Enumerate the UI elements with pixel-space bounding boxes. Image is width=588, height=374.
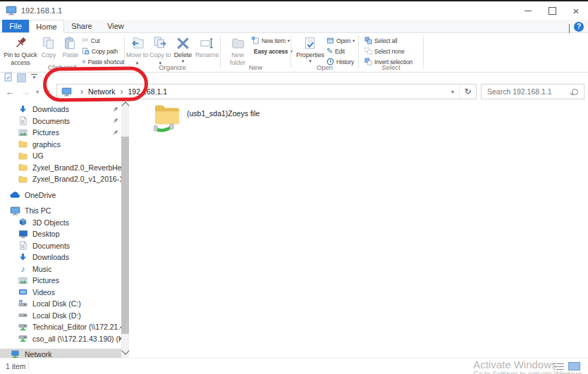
- search-input[interactable]: [486, 87, 572, 96]
- search-icon[interactable]: [572, 89, 578, 95]
- sidebar-item-cso-all-drive[interactable]: cso_all (\\172.21.43.190) (K:): [0, 333, 121, 345]
- crumb-separator-icon: ›: [121, 85, 123, 99]
- sidebar-item-documents-quick[interactable]: Documents: [0, 116, 121, 127]
- up-button[interactable]: ↑: [42, 83, 56, 100]
- qat-properties-icon[interactable]: [4, 73, 13, 82]
- move-to-icon: [130, 36, 145, 51]
- network-icon: [10, 350, 20, 358]
- shared-folder-icon: [154, 102, 180, 133]
- title-bar: 192.168.1.1 ×: [0, 1, 588, 20]
- ribbon-group-organize: Move to ▾ Copy to ▾ Delete ▾ Rename Orga…: [125, 33, 220, 72]
- back-button[interactable]: ←: [3, 83, 17, 100]
- copy-to-button[interactable]: Copy to ▾: [149, 33, 172, 66]
- sidebar-scrollbar[interactable]: [121, 100, 129, 358]
- qat-new-folder-icon[interactable]: [17, 73, 26, 82]
- edit-button[interactable]: ✎ Edit: [326, 47, 358, 55]
- sidebar-item-downloads-quick[interactable]: Downloads: [0, 104, 121, 116]
- disk-c-icon: [18, 299, 27, 308]
- scroll-down-icon[interactable]: [121, 347, 129, 354]
- 3d-cube-icon: [18, 218, 27, 227]
- picture-icon: [18, 276, 27, 285]
- sidebar-item-pictures[interactable]: Pictures: [0, 275, 121, 287]
- crumb-separator-icon: ›: [80, 85, 83, 99]
- new-folder-button[interactable]: New folder: [223, 33, 252, 66]
- details-view-button[interactable]: [553, 363, 564, 370]
- ribbon-group-clipboard: Pin to Quick access Copy Paste ✂ Cut: [0, 33, 124, 72]
- item-count: 1 item: [6, 362, 26, 370]
- sidebar-item-music[interactable]: ♪ Music: [0, 263, 121, 275]
- music-note-icon: ♪: [21, 265, 25, 273]
- breadcrumb-network[interactable]: Network: [88, 87, 116, 96]
- help-button[interactable]: ?: [574, 22, 584, 32]
- ribbon: Pin to Quick access Copy Paste ✂ Cut: [0, 33, 588, 73]
- file-list-pane[interactable]: (usb1_sda1)Zoeys file: [129, 100, 588, 358]
- pin-to-quick-access-button[interactable]: Pin to Quick access: [3, 33, 38, 66]
- sidebar-item-documents[interactable]: Documents: [0, 240, 121, 252]
- ribbon-group-select: Select all Select none Invert selection …: [359, 33, 423, 72]
- sidebar-item-videos[interactable]: Videos: [0, 287, 121, 299]
- file-item-usb-share[interactable]: (usb1_sda1)Zoeys file: [154, 102, 309, 136]
- tab-view[interactable]: View: [99, 20, 132, 32]
- navigation-row: ← → ▾ ↑ › Network › 192.168.1.1 ▾ ↻: [0, 83, 588, 100]
- minimize-button[interactable]: [516, 1, 540, 20]
- ribbon-group-open: Properties ▾ Open ▾ ✎ Edit Hist: [291, 33, 358, 72]
- select-all-button[interactable]: Select all: [365, 37, 423, 44]
- cut-button[interactable]: ✂ Cut: [82, 37, 124, 44]
- sidebar-item-network[interactable]: Network: [0, 349, 121, 358]
- large-icons-view-button[interactable]: [568, 362, 580, 370]
- group-separator: [423, 35, 424, 69]
- select-none-icon: [365, 47, 372, 55]
- new-item-button[interactable]: New item ▾: [252, 37, 290, 44]
- select-all-icon: [365, 37, 372, 44]
- easy-access-button[interactable]: Easy access ▾: [252, 47, 290, 55]
- copy-path-icon: [82, 47, 90, 55]
- network-drive-icon: [18, 323, 27, 332]
- copy-path-button[interactable]: Copy path: [82, 47, 124, 55]
- paste-button[interactable]: Paste: [59, 33, 82, 59]
- address-dropdown-button[interactable]: ▾: [446, 89, 459, 95]
- desktop-icon: [18, 230, 28, 239]
- forward-button[interactable]: →: [18, 83, 32, 100]
- sidebar-item-local-disk-c[interactable]: Local Disk (C:): [0, 298, 121, 310]
- select-none-button[interactable]: Select none: [365, 47, 423, 55]
- qat-customize-button[interactable]: ▾: [31, 74, 37, 80]
- tab-file[interactable]: File: [2, 20, 29, 32]
- dropdown-caret-icon: ▾: [31, 75, 37, 80]
- pin-icon: [112, 106, 118, 113]
- sidebar-item-graphics[interactable]: graphics: [0, 139, 121, 151]
- refresh-button[interactable]: ↻: [459, 85, 476, 99]
- properties-button[interactable]: Properties ▾: [294, 33, 326, 63]
- address-bar[interactable]: › Network › 192.168.1.1 ▾ ↻: [56, 84, 477, 99]
- sidebar-item-3d-objects[interactable]: 3D Objects: [0, 217, 121, 229]
- file-item-label: (usb1_sda1)Zoeys file: [187, 109, 259, 136]
- explorer-body: Downloads Documents Pictures graphics UG: [0, 100, 588, 358]
- sidebar-item-zyxel-v1[interactable]: Zyxel_Brand2.0_v1_2016-11-03: [0, 173, 121, 185]
- paste-icon: [63, 36, 78, 51]
- rename-icon: [200, 36, 214, 51]
- sidebar-item-onedrive[interactable]: OneDrive: [0, 189, 121, 201]
- close-button[interactable]: ×: [564, 1, 588, 20]
- dropdown-caret-icon: ▾: [353, 39, 355, 43]
- tab-share[interactable]: Share: [64, 20, 99, 32]
- rename-button[interactable]: Rename: [194, 33, 220, 59]
- scrollbar-thumb[interactable]: [121, 137, 129, 334]
- copy-button[interactable]: Copy: [38, 33, 59, 59]
- edit-pencil-icon: ✎: [326, 47, 333, 55]
- sidebar-item-this-pc[interactable]: This PC: [0, 205, 121, 217]
- sidebar-item-zyxel-reverbhelp[interactable]: Zyxel_Brand2.0_ReverbHelp2.0_2019-0: [0, 162, 121, 174]
- move-to-button[interactable]: Move to ▾: [125, 33, 149, 66]
- sidebar-item-technical-editor-drive[interactable]: Technical_Editor (\\172.21.43.190) (J:): [0, 321, 121, 333]
- sidebar-item-ug[interactable]: UG: [0, 150, 121, 162]
- download-arrow-icon: [18, 253, 27, 262]
- maximize-button[interactable]: [540, 1, 564, 20]
- sidebar-item-desktop[interactable]: Desktop: [0, 228, 121, 240]
- tab-home[interactable]: Home: [29, 20, 64, 33]
- sidebar-item-pictures-quick[interactable]: Pictures: [0, 127, 121, 139]
- sidebar-item-downloads[interactable]: Downloads: [0, 251, 121, 263]
- sidebar-item-local-disk-d[interactable]: Local Disk (D:): [0, 310, 121, 322]
- breadcrumb-current[interactable]: 192.168.1.1: [128, 87, 167, 96]
- delete-button[interactable]: Delete ▾: [172, 33, 195, 63]
- scroll-up-icon[interactable]: [121, 101, 129, 109]
- open-button[interactable]: Open ▾: [326, 37, 358, 44]
- recent-locations-button[interactable]: ▾: [33, 83, 42, 100]
